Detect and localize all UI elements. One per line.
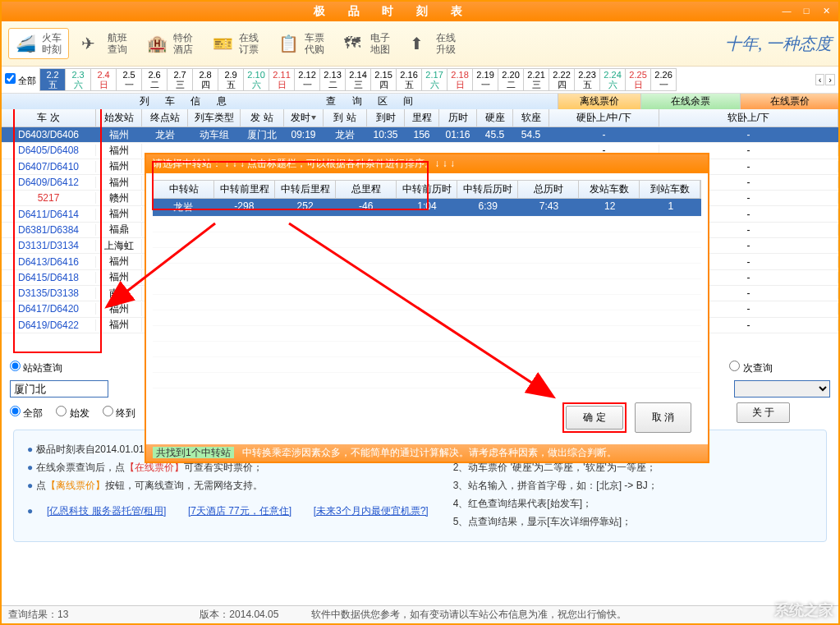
date-cell[interactable]: 2.6二 — [141, 68, 168, 91]
section-train-info: 列 车 信 息 — [140, 95, 233, 107]
toolbar-航班[interactable]: ✈航班查询 — [74, 28, 135, 59]
date-prev[interactable]: ‹ — [815, 74, 825, 85]
online-remain-button[interactable]: 在线余票 — [641, 94, 741, 109]
toolbar-在线[interactable]: 🎫在线订票 — [205, 28, 266, 59]
modal-cell[interactable]: 7:43 — [518, 199, 579, 216]
tool-icon: 🎫 — [213, 34, 236, 53]
modal-cell[interactable]: 1 — [640, 199, 701, 216]
modal-cell[interactable]: -298 — [213, 199, 274, 216]
status-bar: 查询结果：13 版本：2014.04.05 软件中数据供您参考，如有变动请以车站… — [2, 605, 838, 623]
modal-col[interactable]: 到站车数 — [640, 181, 700, 198]
all-dates-checkbox[interactable]: 全部 — [5, 73, 36, 87]
toolbar-车票[interactable]: 📋车票代购 — [271, 28, 332, 59]
modal-col[interactable]: 中转前历时 — [397, 181, 457, 198]
minimize-button[interactable]: — — [779, 6, 794, 17]
train-select[interactable] — [734, 380, 830, 398]
toolbar-在线[interactable]: ⬆在线升级 — [402, 28, 463, 59]
date-cell[interactable]: 2.24六 — [599, 68, 626, 91]
date-next[interactable]: › — [825, 74, 835, 85]
filter-start-radio[interactable]: 始发 — [56, 406, 89, 420]
slogan: 十年, 一种态度 — [725, 33, 832, 55]
modal-col[interactable]: 中转前里程 — [214, 181, 275, 198]
date-cell[interactable]: 2.25日 — [625, 68, 651, 91]
modal-ok-button[interactable]: 确 定 — [566, 406, 622, 430]
date-cell[interactable]: 2.8四 — [192, 68, 218, 91]
titlebar: 极 品 时 刻 表 — □ ✕ — [2, 2, 838, 21]
station-input[interactable] — [10, 380, 108, 398]
col-type[interactable]: 列车类型 — [188, 109, 241, 126]
date-cell[interactable]: 2.9五 — [218, 68, 244, 91]
col-hs[interactable]: 硬座 — [477, 109, 513, 126]
col-from[interactable]: 始发站 — [96, 109, 142, 126]
date-cell[interactable]: 2.12一 — [294, 68, 320, 91]
modal-cell[interactable]: 6:39 — [457, 199, 518, 216]
train-query-radio[interactable]: 次查询 — [729, 361, 772, 375]
offline-price-button[interactable]: 离线票价 — [558, 94, 641, 109]
modal-cell[interactable]: 252 — [274, 199, 335, 216]
table-row[interactable]: D6403/D6406福州龙岩动车组厦门北09:19龙岩10:3515601:1… — [2, 127, 838, 143]
tool-icon: ✈ — [81, 34, 104, 53]
tip-line: 3、站名输入，拼音首字母，如：[北京] -> BJ； — [453, 479, 658, 493]
date-cell[interactable]: 2.22四 — [549, 68, 575, 91]
tool-icon: 🚄 — [16, 34, 39, 53]
col-ss[interactable]: 软座 — [513, 109, 549, 126]
toolbar-特价[interactable]: 🏨特价酒店 — [140, 28, 200, 59]
modal-cell[interactable]: -46 — [336, 199, 397, 216]
tool-icon: ⬆ — [410, 34, 433, 53]
date-cell[interactable]: 2.7三 — [167, 68, 193, 91]
date-cell[interactable]: 2.3六 — [65, 68, 91, 91]
section-query: 查 询 区 间 — [326, 95, 420, 107]
modal-cell[interactable]: 1:04 — [397, 199, 457, 216]
toolbar-火车[interactable]: 🚄火车时刻 — [8, 28, 69, 59]
date-cell[interactable]: 2.13二 — [319, 68, 346, 91]
date-cell[interactable]: 2.10六 — [243, 68, 269, 91]
tool-icon: 📋 — [278, 34, 301, 53]
toolbar-电子[interactable]: 🗺电子地图 — [337, 28, 397, 59]
col-dist[interactable]: 里程 — [405, 109, 439, 126]
col-soft[interactable]: 软卧上/下 — [659, 109, 838, 126]
date-cell[interactable]: 2.15四 — [370, 68, 397, 91]
col-to[interactable]: 终点站 — [142, 109, 188, 126]
filter-all-radio[interactable]: 全部 — [10, 406, 43, 420]
date-cell[interactable]: 2.14三 — [345, 68, 371, 91]
date-cell[interactable]: 2.5一 — [116, 68, 142, 91]
about-button[interactable]: 关 于 — [737, 402, 790, 423]
modal-cell[interactable]: 龙岩 — [153, 199, 213, 216]
col-dep[interactable]: 发 站 — [241, 109, 284, 126]
modal-col[interactable]: 总里程 — [336, 181, 397, 198]
modal-col[interactable]: 中转后里程 — [275, 181, 336, 198]
col-arrt[interactable]: 到时 — [367, 109, 405, 126]
date-cell[interactable]: 2.23五 — [574, 68, 600, 91]
date-cell[interactable]: 2.16五 — [396, 68, 422, 91]
date-cell[interactable]: 2.18日 — [447, 68, 473, 91]
date-cell[interactable]: 2.26一 — [650, 68, 677, 91]
modal-cancel-button[interactable]: 取 消 — [635, 402, 691, 433]
modal-col[interactable]: 中转后历时 — [457, 181, 518, 198]
modal-col[interactable]: 中转站 — [154, 181, 214, 198]
col-dept[interactable]: 发时 — [284, 109, 324, 126]
col-train[interactable]: 车 次 — [2, 109, 96, 126]
maximize-button[interactable]: □ — [799, 6, 814, 17]
date-cell[interactable]: 2.11日 — [269, 68, 295, 91]
date-cell[interactable]: 2.2五 — [39, 68, 66, 91]
link-flight[interactable]: [未来3个月内最便宜机票?] — [314, 505, 429, 517]
modal-col[interactable]: 总历时 — [518, 181, 579, 198]
date-cell[interactable]: 2.17六 — [421, 68, 448, 91]
col-sleep[interactable]: 硬卧上/中/下 — [549, 109, 659, 126]
date-cell[interactable]: 2.19一 — [472, 68, 498, 91]
filter-end-radio[interactable]: 终到 — [103, 406, 135, 420]
date-cell[interactable]: 2.21三 — [523, 68, 549, 91]
online-price-button[interactable]: 在线票价 — [741, 94, 838, 109]
transfer-modal: 请选择中转站： ↓ ↓ ↓ 点击标题栏，可以根据各种条件进行排序。↓ ↓ ↓ 中… — [145, 153, 709, 463]
col-arr[interactable]: 到 站 — [324, 109, 367, 126]
close-button[interactable]: ✕ — [819, 6, 833, 17]
modal-cell[interactable]: 12 — [580, 199, 640, 216]
date-cell[interactable]: 2.4日 — [90, 68, 117, 91]
status-note: 软件中数据供您参考，如有变动请以车站公布信息为准，祝您出行愉快。 — [311, 608, 627, 622]
link-hotel[interactable]: [7天酒店 77元，任意住] — [188, 505, 291, 517]
col-dur[interactable]: 历时 — [439, 109, 477, 126]
station-query-radio[interactable]: 站站查询 — [10, 361, 62, 375]
modal-col[interactable]: 发站车数 — [579, 181, 640, 198]
link-hosting[interactable]: [亿恩科技 服务器托管/租用] — [47, 505, 166, 517]
date-cell[interactable]: 2.20二 — [498, 68, 524, 91]
